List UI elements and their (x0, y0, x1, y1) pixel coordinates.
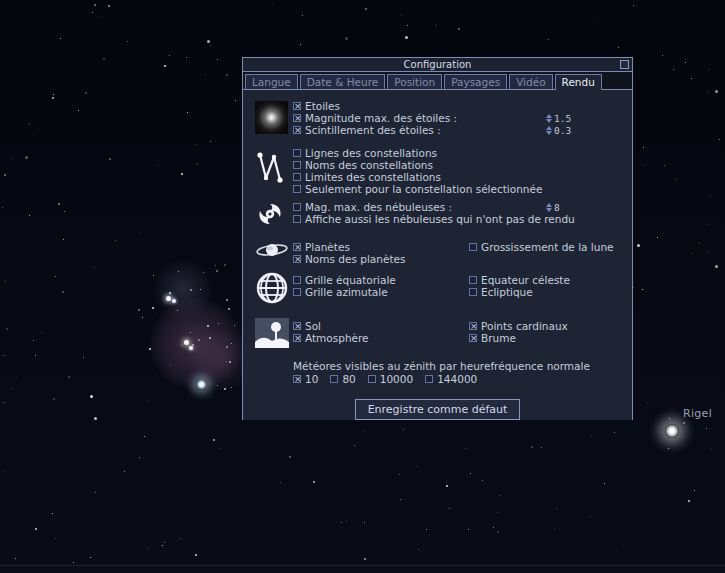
spinner-arrows-icon[interactable] (546, 114, 552, 123)
star (210, 141, 211, 142)
star (272, 3, 273, 4)
checkbox-cardinal-points[interactable]: × (469, 322, 477, 330)
star (458, 28, 460, 30)
star (29, 253, 30, 254)
star (710, 196, 711, 197)
spinner-arrows-icon[interactable] (546, 203, 552, 212)
checkbox-constellation-lines[interactable] (293, 149, 301, 157)
star (2, 207, 3, 208)
star (637, 244, 640, 247)
checkbox-atmosphere[interactable]: × (293, 334, 301, 342)
star (139, 457, 140, 458)
star (645, 165, 646, 166)
star (365, 8, 367, 10)
star (98, 17, 99, 18)
star (711, 449, 712, 450)
star (401, 14, 402, 15)
star (109, 158, 111, 160)
meteor-option-10000: 10000 (368, 373, 413, 385)
star (234, 325, 235, 326)
star (698, 242, 700, 244)
row-atmosphere: × Atmosphère (293, 332, 469, 344)
nebula-magnitude-spinner[interactable]: 8 (546, 201, 560, 213)
star-twinkle-value: 0.3 (554, 125, 571, 136)
star (224, 388, 226, 390)
tab-video[interactable]: Vidéo (509, 74, 552, 89)
star (643, 147, 644, 148)
star (228, 308, 230, 310)
tab-langue[interactable]: Langue (245, 74, 298, 89)
tab-paysages[interactable]: Paysages (444, 74, 507, 89)
section-grids: Grille équatoriale Grille azimutale Equa… (255, 274, 620, 305)
checkbox-azimuthal-grid[interactable] (293, 288, 301, 296)
checkbox-stars[interactable]: × (293, 102, 301, 110)
checkbox-celestial-equator[interactable] (469, 276, 477, 284)
star (195, 144, 196, 145)
star (186, 57, 187, 58)
row-cardinal-points: × Points cardinaux (469, 320, 620, 332)
checkbox-meteor-80[interactable] (330, 375, 338, 383)
star (187, 112, 188, 113)
checkbox-constellation-selected-only[interactable] (293, 185, 301, 193)
star (52, 97, 54, 99)
star-twinkle-spinner[interactable]: 0.3 (546, 124, 571, 136)
checkbox-equatorial-grid[interactable] (293, 276, 301, 284)
star (313, 481, 315, 483)
star (531, 446, 533, 448)
star (124, 471, 125, 472)
star (435, 25, 436, 26)
star (407, 25, 408, 26)
star (215, 265, 216, 266)
star (162, 545, 163, 546)
checkbox-ground[interactable]: × (293, 322, 301, 330)
star (334, 494, 335, 495)
checkbox-ecliptic[interactable] (469, 288, 477, 296)
star (85, 92, 87, 94)
star (29, 215, 30, 216)
tab-rendu[interactable]: Rendu (555, 74, 602, 90)
star (198, 339, 200, 341)
star (226, 74, 228, 76)
star (399, 474, 400, 475)
checkbox-nebula-magnitude[interactable] (293, 203, 301, 211)
tab-date-heure[interactable]: Date & Heure (300, 74, 386, 89)
checkbox-constellation-boundaries[interactable] (293, 173, 301, 181)
checkbox-planets[interactable]: × (293, 243, 301, 251)
row-azimuthal-grid: Grille azimutale (293, 286, 469, 298)
star (58, 203, 60, 205)
star (94, 267, 95, 268)
star (706, 428, 707, 429)
save-default-button[interactable]: Enregistre comme défaut (355, 399, 521, 420)
star-magnitude-spinner[interactable]: 1.5 (546, 112, 571, 124)
star (224, 264, 226, 266)
checkbox-moon-scale[interactable] (469, 243, 477, 251)
spinner-arrows-icon[interactable] (546, 126, 552, 135)
star (55, 538, 56, 539)
star (417, 466, 418, 467)
checkbox-nebula-no-texture[interactable] (293, 215, 301, 223)
meteor-option-80: 80 (330, 373, 355, 385)
nebula-magnitude-value: 8 (554, 202, 560, 213)
star (497, 512, 498, 513)
star (148, 548, 149, 549)
star (170, 365, 171, 366)
checkbox-meteor-144000[interactable] (425, 375, 433, 383)
star (25, 156, 28, 159)
star (418, 549, 419, 550)
checkbox-fog[interactable]: × (469, 334, 477, 342)
star (662, 55, 663, 56)
window-titlebar[interactable]: Configuration (243, 58, 632, 72)
star (231, 387, 232, 388)
checkbox-star-twinkle[interactable]: × (293, 126, 301, 134)
checkbox-constellation-names[interactable] (293, 161, 301, 169)
checkbox-planet-names[interactable]: × (293, 255, 301, 263)
checkbox-meteor-10[interactable]: × (293, 375, 301, 383)
tab-position[interactable]: Position (387, 74, 442, 89)
star (691, 78, 692, 79)
star (190, 289, 192, 291)
close-button[interactable] (620, 60, 629, 69)
star (468, 529, 469, 530)
checkbox-star-magnitude[interactable]: × (293, 114, 301, 122)
checkbox-meteor-10000[interactable] (368, 375, 376, 383)
nebula-glow (152, 258, 214, 320)
